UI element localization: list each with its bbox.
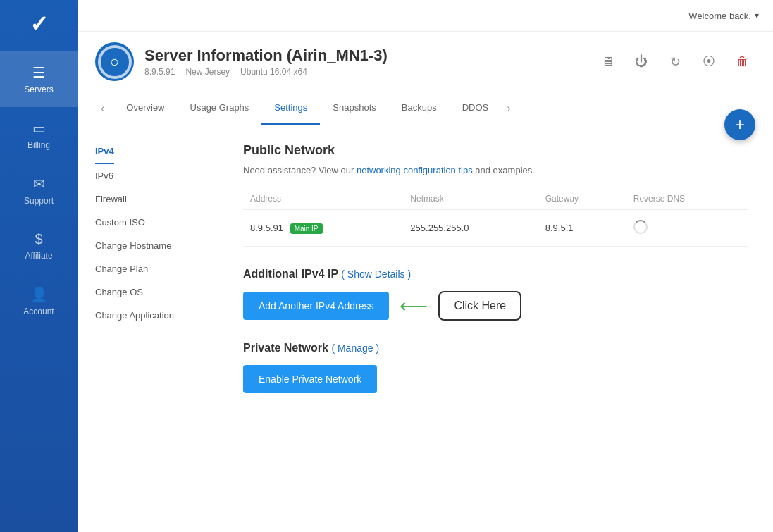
content-area: IPv4 IPv6 Firewall Custom ISO Change Hos… <box>78 125 773 532</box>
power-icon[interactable]: ⏻ <box>629 49 654 75</box>
nav-change-application[interactable]: Change Application <box>95 304 200 327</box>
click-here-callout: Click Here <box>438 291 521 321</box>
monitor-icon[interactable]: 🖥 <box>595 49 620 75</box>
nav-ipv6[interactable]: IPv6 <box>95 164 200 187</box>
affiliate-icon: $ <box>35 231 42 247</box>
server-header: Server Information (Airin_MN1-3) 8.9.5.9… <box>78 32 773 92</box>
left-nav: IPv4 IPv6 Firewall Custom ISO Change Hos… <box>78 125 218 532</box>
private-network-title: Private Network ( Manage ) <box>243 342 748 354</box>
welcome-dropdown[interactable]: ▾ <box>755 11 759 20</box>
enable-private-network-button[interactable]: Enable Private Network <box>243 365 377 393</box>
server-ip: 8.9.5.91 <box>144 67 175 77</box>
server-info-left: Server Information (Airin_MN1-3) 8.9.5.9… <box>95 42 388 81</box>
nav-change-plan[interactable]: Change Plan <box>95 257 200 280</box>
server-os: Ubuntu 16.04 x64 <box>240 67 307 77</box>
sidebar-item-affiliate[interactable]: $ Affiliate <box>0 218 78 273</box>
tab-next-arrow[interactable]: › <box>501 99 516 118</box>
nav-custom-iso[interactable]: Custom ISO <box>95 211 200 234</box>
sidebar-item-label: Affiliate <box>25 251 52 261</box>
main-ip-badge: Main IP <box>290 223 323 234</box>
support-icon: ✉ <box>33 175 45 192</box>
row-netmask: 255.255.255.0 <box>403 210 538 247</box>
show-details-link[interactable]: ( Show Details ) <box>341 268 411 280</box>
network-table: Address Netmask Gateway Reverse DNS 8.9.… <box>243 188 748 247</box>
refresh-icon[interactable]: ↻ <box>662 49 688 75</box>
tab-settings[interactable]: Settings <box>261 92 320 125</box>
public-network-section: Public Network Need assistance? View our… <box>243 143 748 247</box>
tab-ddos[interactable]: DDOS <box>450 92 502 125</box>
sidebar-item-label: Account <box>23 307 54 316</box>
tab-usage-graphs[interactable]: Usage Graphs <box>178 92 262 125</box>
col-address: Address <box>243 188 403 210</box>
add-ipv4-button[interactable]: Add Another IPv4 Address <box>243 292 389 320</box>
main-content: Welcome back, ▾ Server Information (Airi… <box>78 0 773 532</box>
public-network-title: Public Network <box>243 143 748 158</box>
server-logo-icon <box>95 42 134 81</box>
console-icon[interactable]: ⦿ <box>696 49 722 75</box>
row-address: 8.9.5.91 Main IP <box>243 210 403 247</box>
sidebar-item-servers[interactable]: ☰ Servers <box>0 51 78 107</box>
main-panel: Public Network Need assistance? View our… <box>218 125 773 532</box>
server-title-block: Server Information (Airin_MN1-3) 8.9.5.9… <box>144 47 388 77</box>
private-network-section: Private Network ( Manage ) Enable Privat… <box>243 342 748 393</box>
nav-ipv4[interactable]: IPv4 <box>95 140 114 164</box>
fab-add-button[interactable]: + <box>724 109 755 140</box>
sidebar-item-support[interactable]: ✉ Support <box>0 163 78 218</box>
col-gateway: Gateway <box>538 188 626 210</box>
topbar: Welcome back, ▾ <box>78 0 773 32</box>
col-reverse-dns: Reverse DNS <box>626 188 748 210</box>
table-row: 8.9.5.91 Main IP 255.255.255.0 8.9.5.1 <box>243 210 748 247</box>
sidebar-item-label: Billing <box>27 140 50 150</box>
sidebar-item-label: Support <box>24 196 54 206</box>
server-actions: 🖥 ⏻ ↻ ⦿ 🗑 <box>595 49 755 75</box>
manage-link[interactable]: ( Manage ) <box>331 342 379 354</box>
server-title: Server Information (Airin_MN1-3) <box>144 47 388 65</box>
billing-icon: ▭ <box>32 120 46 137</box>
col-netmask: Netmask <box>403 188 538 210</box>
sidebar-item-billing[interactable]: ▭ Billing <box>0 107 78 163</box>
server-meta: 8.9.5.91 New Jersey Ubuntu 16.04 x64 <box>144 67 388 77</box>
tab-backups[interactable]: Backups <box>389 92 450 125</box>
green-arrow-icon: ⟵ <box>400 295 428 318</box>
server-location: New Jersey <box>185 67 230 77</box>
welcome-text: Welcome back, <box>688 11 751 21</box>
loading-spinner <box>633 220 648 234</box>
delete-icon[interactable]: 🗑 <box>730 49 755 75</box>
servers-icon: ☰ <box>32 64 45 81</box>
nav-change-os[interactable]: Change OS <box>95 280 200 304</box>
additional-ipv4-section: Additional IPv4 IP ( Show Details ) Add … <box>243 268 748 321</box>
sidebar: ✓ ☰ Servers ▭ Billing ✉ Support $ Affili… <box>0 0 78 532</box>
callout-area: Add Another IPv4 Address ⟵ Click Here <box>243 291 748 321</box>
sidebar-item-account[interactable]: 👤 Account <box>0 273 78 329</box>
assistance-text: Need assistance? View our networking con… <box>243 165 748 175</box>
tab-prev-arrow[interactable]: ‹ <box>95 99 110 118</box>
sidebar-item-label: Servers <box>24 85 53 94</box>
nav-firewall[interactable]: Firewall <box>95 187 200 211</box>
nav-change-hostname[interactable]: Change Hostname <box>95 234 200 257</box>
tab-snapshots[interactable]: Snapshots <box>320 92 388 125</box>
sidebar-logo: ✓ <box>30 11 49 37</box>
tab-overview[interactable]: Overview <box>113 92 177 125</box>
tabs-bar: ‹ Overview Usage Graphs Settings Snapsho… <box>78 92 773 125</box>
row-reverse-dns <box>626 210 748 247</box>
account-icon: 👤 <box>30 286 48 303</box>
row-gateway: 8.9.5.1 <box>538 210 626 247</box>
networking-tips-link[interactable]: networking configuration tips <box>357 165 473 175</box>
additional-ip-title: Additional IPv4 IP ( Show Details ) <box>243 268 748 280</box>
